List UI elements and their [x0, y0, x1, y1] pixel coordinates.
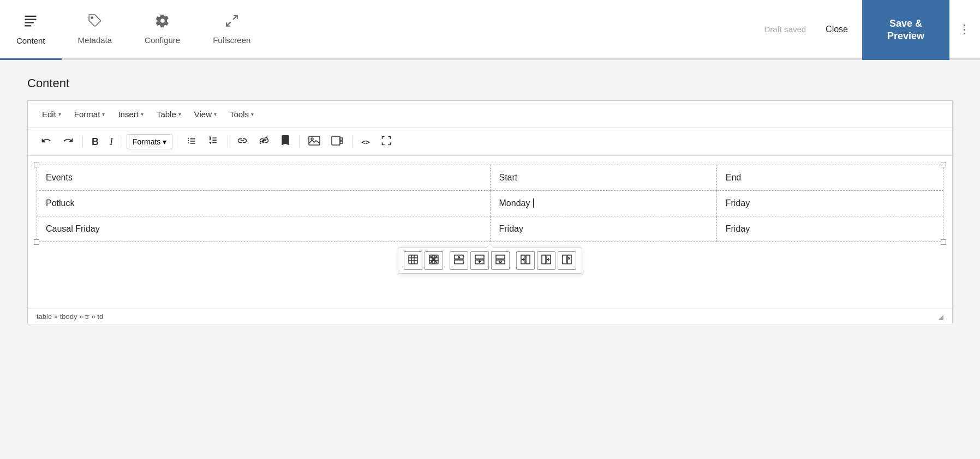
media-button[interactable] [327, 133, 348, 150]
menu-table[interactable]: Table ▾ [151, 106, 187, 122]
cursor [530, 198, 534, 208]
svg-rect-2 [25, 22, 34, 23]
menu-edit-label: Edit [42, 110, 56, 119]
tab-configure[interactable]: Configure [128, 0, 196, 58]
save-preview-button[interactable]: Save &Preview [862, 0, 949, 60]
more-icon: ⋮ [958, 22, 971, 36]
menu-insert-label: Insert [118, 110, 139, 119]
insert-row-before-button[interactable] [450, 251, 468, 270]
table-cell-friday-start[interactable]: Friday [490, 216, 716, 242]
resize-handle-tr[interactable] [941, 162, 946, 167]
undo-icon [41, 135, 52, 148]
table-cell-friday-end[interactable]: Friday [716, 216, 943, 242]
svg-rect-12 [409, 255, 417, 264]
svg-rect-40 [542, 255, 546, 264]
table-cell-events-header[interactable]: Events [37, 165, 491, 191]
insert-row-after-button[interactable] [470, 251, 489, 270]
monday-text: Monday [499, 198, 530, 208]
link-button[interactable] [232, 132, 252, 151]
tab-content[interactable]: Content [0, 0, 62, 60]
svg-rect-1 [25, 19, 37, 20]
editor-resize-handle[interactable] [937, 313, 943, 320]
menu-format-label: Format [74, 110, 100, 119]
tab-configure-label: Configure [145, 35, 180, 45]
table-props-icon [408, 255, 418, 267]
content-table: Events Start End Potluck Monday Friday [37, 165, 943, 242]
table-cell-causal-friday[interactable]: Causal Friday [37, 216, 491, 242]
insert-col-after-icon [541, 255, 551, 267]
table-cell-friday-1[interactable]: Friday [716, 191, 943, 216]
insert-col-after-button[interactable] [537, 251, 555, 270]
insert-col-before-button[interactable] [516, 251, 535, 270]
unordered-list-icon [186, 135, 197, 148]
tab-content-label: Content [16, 36, 45, 45]
fullscreen-toggle-icon [381, 135, 392, 148]
table-props-button[interactable] [404, 251, 422, 270]
table-row-2: Causal Friday Friday Friday [37, 216, 943, 242]
table-cell-end-header[interactable]: End [716, 165, 943, 191]
section-title: Content [27, 76, 953, 90]
table-cell-start-header[interactable]: Start [490, 165, 716, 191]
edit-chevron: ▾ [58, 111, 61, 117]
toolbar-sep-6 [352, 136, 352, 148]
bold-button[interactable]: B [87, 134, 103, 150]
menu-format[interactable]: Format ▾ [69, 106, 111, 122]
menu-insert[interactable]: Insert ▾ [112, 106, 149, 122]
resize-handle-br[interactable] [941, 239, 946, 245]
menu-view[interactable]: View ▾ [189, 106, 222, 122]
formats-dropdown-button[interactable]: Formats ▾ [127, 134, 172, 149]
formats-chevron-icon: ▾ [163, 137, 166, 146]
menu-tools-label: Tools [230, 110, 249, 119]
nav-right: Draft saved Close [764, 0, 862, 58]
more-options-button[interactable]: ⋮ [949, 0, 980, 58]
resize-handle-tl[interactable] [34, 162, 39, 167]
editor-toolbar: B I Formats ▾ [28, 128, 952, 156]
toolbar-sep-4 [228, 136, 228, 148]
ordered-list-icon [208, 135, 219, 148]
tab-fullscreen[interactable]: Fullscreen [196, 0, 267, 58]
italic-button[interactable]: I [105, 134, 117, 150]
media-icon [331, 136, 343, 148]
bold-icon: B [92, 136, 99, 148]
link-icon [237, 135, 248, 148]
svg-rect-9 [332, 136, 340, 145]
svg-rect-32 [496, 255, 505, 259]
resize-handle-bl[interactable] [34, 239, 39, 245]
menu-tools[interactable]: Tools ▾ [224, 106, 259, 122]
menu-edit[interactable]: Edit ▾ [37, 106, 67, 122]
editor-body[interactable]: Events Start End Potluck Monday Friday [28, 156, 952, 309]
metadata-icon [88, 14, 102, 31]
close-button[interactable]: Close [817, 20, 857, 39]
delete-table-button[interactable] [425, 251, 443, 270]
unordered-list-button[interactable] [182, 132, 201, 151]
tab-metadata[interactable]: Metadata [62, 0, 129, 58]
delete-col-button[interactable] [558, 251, 576, 270]
insert-chevron: ▾ [141, 111, 144, 117]
delete-row-button[interactable] [491, 251, 510, 270]
source-code-button[interactable]: <> [357, 135, 374, 149]
svg-rect-3 [25, 25, 32, 26]
view-chevron: ▾ [214, 111, 217, 117]
menu-table-label: Table [157, 110, 176, 119]
table-context-toolbar [398, 247, 582, 274]
top-nav: Content Metadata Configure Fullscreen Dr… [0, 0, 980, 60]
table-cell-potluck[interactable]: Potluck [37, 191, 491, 216]
editor-menu-bar: Edit ▾ Format ▾ Insert ▾ Table ▾ View ▾ … [28, 101, 952, 128]
bookmark-button[interactable] [276, 132, 295, 151]
insert-row-after-icon [475, 255, 485, 267]
unlink-icon [259, 135, 270, 148]
undo-button[interactable] [37, 132, 56, 151]
svg-line-6 [226, 22, 231, 26]
fullscreen-toggle-button[interactable] [377, 132, 396, 151]
formats-label: Formats [133, 137, 160, 146]
svg-rect-7 [309, 136, 320, 145]
configure-icon [156, 14, 170, 31]
table-cell-monday[interactable]: Monday [490, 191, 716, 216]
toolbar-sep-1 [82, 136, 83, 148]
redo-button[interactable] [58, 132, 78, 151]
toolbar-sep-3 [177, 136, 177, 148]
ordered-list-button[interactable] [204, 132, 223, 151]
unlink-button[interactable] [254, 132, 274, 151]
image-button[interactable] [304, 133, 325, 150]
svg-point-4 [91, 17, 93, 19]
